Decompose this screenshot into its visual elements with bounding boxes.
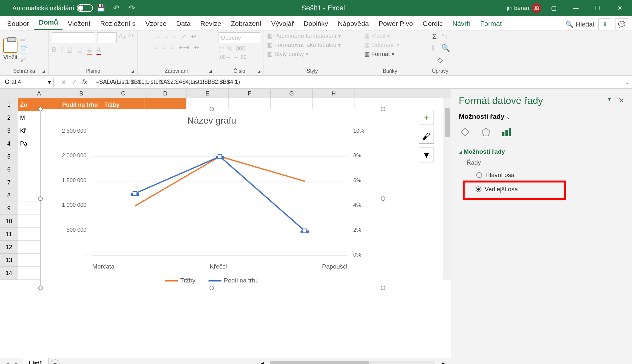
- primary-axis-radio[interactable]: Hlavní osa: [467, 170, 624, 181]
- launcher-icon[interactable]: ◢: [209, 69, 212, 73]
- sort-icon[interactable]: ᴬ↓: [442, 32, 448, 41]
- align-center-icon[interactable]: ≡: [162, 43, 165, 51]
- chart-title[interactable]: Název grafu: [40, 116, 383, 126]
- series-options-category-icon[interactable]: [500, 126, 513, 138]
- clear-icon[interactable]: ◇: [437, 56, 443, 64]
- cut-icon[interactable]: ✂: [20, 36, 28, 44]
- col-header[interactable]: F: [229, 89, 271, 98]
- find-icon[interactable]: 🔍: [441, 44, 450, 52]
- tab-doplňky[interactable]: Doplňky: [299, 17, 333, 30]
- tab-split-handle[interactable]: ⋮: [250, 360, 256, 364]
- save-icon[interactable]: 💾: [95, 2, 107, 14]
- row-header[interactable]: 2: [0, 111, 18, 124]
- col-header[interactable]: D: [144, 89, 186, 98]
- italic-icon[interactable]: I: [61, 46, 63, 55]
- fill-color-icon[interactable]: ⬙: [87, 46, 92, 55]
- autosave-toggle[interactable]: [77, 4, 93, 12]
- row-header[interactable]: 12: [0, 241, 18, 254]
- tab-domů[interactable]: Domů: [34, 16, 63, 30]
- undo-icon[interactable]: ↶: [110, 2, 122, 14]
- row-header[interactable]: 1: [0, 98, 18, 111]
- pane-close-icon[interactable]: ✕: [618, 96, 624, 105]
- cell-styles[interactable]: ▦ Styly buňky ▾: [267, 50, 309, 58]
- effects-category-icon[interactable]: [480, 126, 492, 138]
- maximize-icon[interactable]: ☐: [588, 0, 607, 16]
- row-header[interactable]: 3: [0, 124, 18, 137]
- align-right-icon[interactable]: ≡: [170, 43, 174, 51]
- formula-bar[interactable]: =SADA(List1!$B$1;List1!$A$2:$A$4;List1!$…: [93, 79, 622, 85]
- orientation-icon[interactable]: ⤢: [181, 32, 186, 40]
- fx-icon[interactable]: fx: [82, 78, 87, 86]
- autosum-icon[interactable]: Σ: [432, 32, 437, 41]
- chart-legend[interactable]: Tržby Podíl na trhu: [40, 277, 383, 284]
- embedded-chart[interactable]: Název grafu -500 0001 000 0001 500 0002 …: [40, 109, 383, 288]
- row-header[interactable]: 10: [0, 215, 18, 228]
- bold-icon[interactable]: B: [52, 46, 56, 55]
- tab-zobrazení[interactable]: Zobrazení: [226, 17, 266, 30]
- fill-icon[interactable]: ⬇: [430, 44, 436, 52]
- tab-gordic[interactable]: Gordic: [418, 17, 447, 30]
- add-sheet-button[interactable]: +: [51, 359, 60, 364]
- indent-icon[interactable]: ⇤⇥: [178, 43, 189, 51]
- sheet-tab[interactable]: List1: [23, 358, 49, 364]
- conditional-formatting[interactable]: ▦ Podmíněné formátování ▾: [267, 32, 341, 39]
- scroll-right-icon[interactable]: ▶: [442, 360, 446, 364]
- merge-icon[interactable]: ⬌: [194, 43, 199, 51]
- minimize-icon[interactable]: —: [566, 0, 585, 16]
- copy-icon[interactable]: 📄: [20, 46, 28, 54]
- pane-subtitle[interactable]: Možnosti řady: [459, 113, 504, 120]
- row-header[interactable]: 11: [0, 228, 18, 241]
- sheet-nav-next[interactable]: ▶: [13, 361, 21, 364]
- secondary-axis-radio[interactable]: Vedlejší osa: [466, 184, 563, 195]
- row-header[interactable]: 8: [0, 189, 18, 202]
- col-header[interactable]: G: [271, 89, 313, 98]
- section-header[interactable]: Možnosti řady: [459, 148, 624, 155]
- insert-cells[interactable]: ▦ Vložit ▾: [364, 32, 390, 39]
- wrap-text-icon[interactable]: ↩: [191, 32, 197, 40]
- row-header[interactable]: 9: [0, 202, 18, 215]
- decrease-decimal-icon[interactable]: ←.00: [234, 54, 246, 60]
- enter-formula-icon[interactable]: ✓: [72, 78, 77, 86]
- pane-options-icon[interactable]: ▼: [607, 96, 612, 105]
- tab-návrh[interactable]: Návrh: [448, 17, 475, 30]
- decrease-font-icon[interactable]: A▾: [128, 32, 134, 43]
- share-button[interactable]: ⇪: [598, 18, 611, 30]
- tab-vzorce[interactable]: Vzorce: [141, 17, 171, 30]
- percent-icon[interactable]: %: [227, 45, 232, 52]
- sheet-nav-prev[interactable]: ◀: [3, 361, 11, 364]
- name-box[interactable]: Graf 4▾: [2, 77, 54, 87]
- vertical-scrollbar[interactable]: [444, 98, 451, 280]
- chevron-down-icon[interactable]: ⌄: [506, 115, 510, 120]
- close-icon[interactable]: ✕: [610, 0, 629, 16]
- col-header[interactable]: B: [60, 89, 102, 98]
- tab-nápověda[interactable]: Nápověda: [333, 17, 373, 30]
- redo-icon[interactable]: ↷: [126, 2, 138, 14]
- ribbon-options-icon[interactable]: ▢: [544, 0, 563, 16]
- formula-expand-icon[interactable]: ⌄: [622, 79, 632, 86]
- scroll-left-icon[interactable]: ◀: [259, 360, 264, 364]
- tab-data[interactable]: Data: [172, 17, 195, 30]
- series-podil[interactable]: [135, 157, 305, 231]
- format-cells[interactable]: ▦ Formát ▾: [364, 50, 394, 58]
- row-header[interactable]: 14: [0, 267, 18, 280]
- chart-filters-button[interactable]: ▼: [419, 148, 434, 162]
- row-header[interactable]: 6: [0, 163, 18, 176]
- align-middle-icon[interactable]: ≡: [164, 32, 168, 40]
- tab-soubor[interactable]: Soubor: [3, 17, 34, 30]
- col-header[interactable]: H: [313, 89, 355, 98]
- format-as-table[interactable]: ▦ Formátovat jako tabulku ▾: [267, 41, 341, 49]
- font-size[interactable]: [97, 32, 117, 43]
- row-header[interactable]: 7: [0, 176, 18, 189]
- chart-styles-button[interactable]: 🖌: [419, 129, 434, 144]
- tab-power-pivo[interactable]: Power Pivo: [374, 17, 417, 30]
- tab-rozložení-s[interactable]: Rozložení s: [96, 17, 140, 30]
- increase-font-icon[interactable]: A▴: [119, 32, 126, 43]
- row-header[interactable]: 13: [0, 254, 18, 267]
- underline-icon[interactable]: U: [67, 46, 72, 55]
- align-left-icon[interactable]: ≡: [153, 43, 157, 51]
- format-painter-icon[interactable]: 🖌: [20, 56, 28, 63]
- delete-cells[interactable]: ▦ Odstranit ▾: [364, 41, 400, 49]
- col-header[interactable]: A: [18, 89, 60, 98]
- border-icon[interactable]: ▦: [76, 46, 83, 55]
- currency-icon[interactable]: ⬚: [219, 45, 224, 52]
